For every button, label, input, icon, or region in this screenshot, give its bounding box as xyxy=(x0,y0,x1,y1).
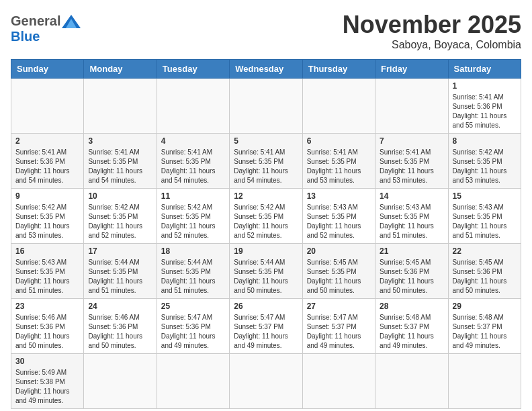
header-day-wednesday: Wednesday xyxy=(230,60,302,79)
day-number: 30 xyxy=(15,357,79,366)
calendar-cell: 20Sunrise: 5:45 AM Sunset: 5:35 PM Dayli… xyxy=(302,244,375,299)
calendar-cell xyxy=(157,79,229,134)
calendar-cell xyxy=(375,79,448,134)
calendar-cell xyxy=(302,354,375,409)
page-header: General Blue November 2025 Saboya, Boyac… xyxy=(11,11,521,51)
day-number: 26 xyxy=(234,302,298,311)
calendar-week-row: 9Sunrise: 5:42 AM Sunset: 5:35 PM Daylig… xyxy=(11,189,521,244)
day-info: Sunrise: 5:42 AM Sunset: 5:35 PM Dayligh… xyxy=(161,203,225,240)
day-number: 27 xyxy=(307,302,371,311)
header-day-tuesday: Tuesday xyxy=(157,60,229,79)
day-info: Sunrise: 5:47 AM Sunset: 5:37 PM Dayligh… xyxy=(234,313,298,351)
day-number: 24 xyxy=(88,302,152,311)
day-number: 14 xyxy=(380,191,443,201)
day-info: Sunrise: 5:41 AM Sunset: 5:35 PM Dayligh… xyxy=(307,148,371,185)
day-number: 9 xyxy=(15,191,79,201)
day-number: 21 xyxy=(380,246,443,256)
day-info: Sunrise: 5:47 AM Sunset: 5:37 PM Dayligh… xyxy=(307,313,371,351)
calendar-cell: 14Sunrise: 5:43 AM Sunset: 5:35 PM Dayli… xyxy=(375,189,448,244)
day-info: Sunrise: 5:41 AM Sunset: 5:35 PM Dayligh… xyxy=(88,148,152,185)
calendar-cell: 16Sunrise: 5:43 AM Sunset: 5:35 PM Dayli… xyxy=(11,244,84,299)
calendar-cell xyxy=(84,354,157,409)
day-info: Sunrise: 5:46 AM Sunset: 5:36 PM Dayligh… xyxy=(88,313,152,351)
calendar-cell: 5Sunrise: 5:41 AM Sunset: 5:35 PM Daylig… xyxy=(230,134,302,189)
calendar-cell: 28Sunrise: 5:48 AM Sunset: 5:37 PM Dayli… xyxy=(375,299,448,354)
day-info: Sunrise: 5:41 AM Sunset: 5:35 PM Dayligh… xyxy=(234,148,298,185)
calendar-cell: 18Sunrise: 5:44 AM Sunset: 5:35 PM Dayli… xyxy=(157,244,229,299)
day-info: Sunrise: 5:42 AM Sunset: 5:35 PM Dayligh… xyxy=(234,203,298,240)
calendar-cell xyxy=(157,354,229,409)
day-info: Sunrise: 5:48 AM Sunset: 5:37 PM Dayligh… xyxy=(380,313,443,351)
calendar-cell: 19Sunrise: 5:44 AM Sunset: 5:35 PM Dayli… xyxy=(230,244,302,299)
day-number: 20 xyxy=(307,246,371,256)
header-day-saturday: Saturday xyxy=(448,60,521,79)
day-number: 13 xyxy=(307,191,371,201)
day-info: Sunrise: 5:48 AM Sunset: 5:37 PM Dayligh… xyxy=(453,313,517,351)
calendar-cell xyxy=(448,354,521,409)
day-number: 18 xyxy=(161,246,225,256)
day-info: Sunrise: 5:44 AM Sunset: 5:35 PM Dayligh… xyxy=(234,258,298,295)
day-number: 5 xyxy=(234,136,298,146)
day-info: Sunrise: 5:45 AM Sunset: 5:36 PM Dayligh… xyxy=(453,258,517,295)
calendar-week-row: 30Sunrise: 5:49 AM Sunset: 5:38 PM Dayli… xyxy=(11,354,521,409)
calendar-week-row: 23Sunrise: 5:46 AM Sunset: 5:36 PM Dayli… xyxy=(11,299,521,354)
header-day-sunday: Sunday xyxy=(11,60,84,79)
day-number: 7 xyxy=(380,136,443,146)
day-number: 16 xyxy=(15,246,79,256)
day-number: 12 xyxy=(234,191,298,201)
day-info: Sunrise: 5:41 AM Sunset: 5:36 PM Dayligh… xyxy=(15,148,79,185)
calendar-cell xyxy=(84,79,157,134)
header-day-thursday: Thursday xyxy=(302,60,375,79)
calendar-week-row: 1Sunrise: 5:41 AM Sunset: 5:36 PM Daylig… xyxy=(11,79,521,134)
calendar-cell: 10Sunrise: 5:42 AM Sunset: 5:35 PM Dayli… xyxy=(84,189,157,244)
calendar-cell: 2Sunrise: 5:41 AM Sunset: 5:36 PM Daylig… xyxy=(11,134,84,189)
calendar-cell: 3Sunrise: 5:41 AM Sunset: 5:35 PM Daylig… xyxy=(84,134,157,189)
calendar-cell: 29Sunrise: 5:48 AM Sunset: 5:37 PM Dayli… xyxy=(448,299,521,354)
calendar-week-row: 2Sunrise: 5:41 AM Sunset: 5:36 PM Daylig… xyxy=(11,134,521,189)
day-number: 8 xyxy=(453,136,517,146)
day-number: 6 xyxy=(307,136,371,146)
calendar-cell: 24Sunrise: 5:46 AM Sunset: 5:36 PM Dayli… xyxy=(84,299,157,354)
header-day-monday: Monday xyxy=(84,60,157,79)
logo-icon xyxy=(62,15,81,28)
day-info: Sunrise: 5:45 AM Sunset: 5:35 PM Dayligh… xyxy=(307,258,371,295)
calendar-cell: 13Sunrise: 5:43 AM Sunset: 5:35 PM Dayli… xyxy=(302,189,375,244)
calendar-cell: 11Sunrise: 5:42 AM Sunset: 5:35 PM Dayli… xyxy=(157,189,229,244)
header-day-friday: Friday xyxy=(375,60,448,79)
day-info: Sunrise: 5:49 AM Sunset: 5:38 PM Dayligh… xyxy=(15,368,79,406)
day-number: 1 xyxy=(453,81,517,91)
day-info: Sunrise: 5:41 AM Sunset: 5:35 PM Dayligh… xyxy=(380,148,443,185)
calendar-cell: 26Sunrise: 5:47 AM Sunset: 5:37 PM Dayli… xyxy=(230,299,302,354)
calendar-cell: 17Sunrise: 5:44 AM Sunset: 5:35 PM Dayli… xyxy=(84,244,157,299)
calendar-cell xyxy=(230,79,302,134)
day-info: Sunrise: 5:43 AM Sunset: 5:35 PM Dayligh… xyxy=(453,203,517,240)
month-title: November 2025 xyxy=(343,11,521,39)
day-info: Sunrise: 5:43 AM Sunset: 5:35 PM Dayligh… xyxy=(380,203,443,240)
day-info: Sunrise: 5:42 AM Sunset: 5:35 PM Dayligh… xyxy=(15,203,79,240)
calendar-cell: 22Sunrise: 5:45 AM Sunset: 5:36 PM Dayli… xyxy=(448,244,521,299)
day-info: Sunrise: 5:43 AM Sunset: 5:35 PM Dayligh… xyxy=(15,258,79,295)
day-info: Sunrise: 5:42 AM Sunset: 5:35 PM Dayligh… xyxy=(88,203,152,240)
day-number: 4 xyxy=(161,136,225,146)
location-text: Saboya, Boyaca, Colombia xyxy=(343,39,521,51)
calendar-cell: 25Sunrise: 5:47 AM Sunset: 5:36 PM Dayli… xyxy=(157,299,229,354)
day-number: 10 xyxy=(88,191,152,201)
logo: General Blue xyxy=(11,11,81,44)
calendar-week-row: 16Sunrise: 5:43 AM Sunset: 5:35 PM Dayli… xyxy=(11,244,521,299)
day-info: Sunrise: 5:44 AM Sunset: 5:35 PM Dayligh… xyxy=(161,258,225,295)
day-info: Sunrise: 5:41 AM Sunset: 5:35 PM Dayligh… xyxy=(161,148,225,185)
calendar-cell: 21Sunrise: 5:45 AM Sunset: 5:36 PM Dayli… xyxy=(375,244,448,299)
day-info: Sunrise: 5:45 AM Sunset: 5:36 PM Dayligh… xyxy=(380,258,443,295)
calendar-table: SundayMondayTuesdayWednesdayThursdayFrid… xyxy=(11,59,521,409)
day-info: Sunrise: 5:42 AM Sunset: 5:35 PM Dayligh… xyxy=(453,148,517,185)
day-number: 25 xyxy=(161,302,225,311)
day-number: 15 xyxy=(453,191,517,201)
calendar-cell xyxy=(11,79,84,134)
day-number: 11 xyxy=(161,191,225,201)
calendar-cell xyxy=(302,79,375,134)
calendar-cell: 30Sunrise: 5:49 AM Sunset: 5:38 PM Dayli… xyxy=(11,354,84,409)
calendar-cell: 9Sunrise: 5:42 AM Sunset: 5:35 PM Daylig… xyxy=(11,189,84,244)
calendar-header-row: SundayMondayTuesdayWednesdayThursdayFrid… xyxy=(11,60,521,79)
calendar-cell: 23Sunrise: 5:46 AM Sunset: 5:36 PM Dayli… xyxy=(11,299,84,354)
day-info: Sunrise: 5:44 AM Sunset: 5:35 PM Dayligh… xyxy=(88,258,152,295)
